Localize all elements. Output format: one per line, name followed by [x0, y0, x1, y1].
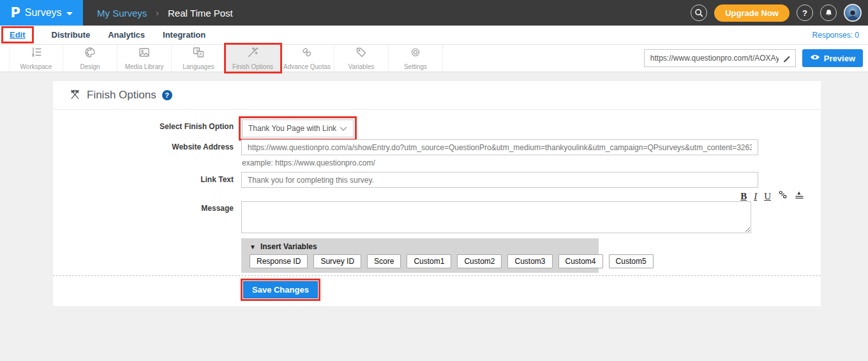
user-avatar[interactable] [844, 4, 862, 22]
toolbar-item-design[interactable]: Design [63, 45, 117, 72]
toolbar-item-finish-options[interactable]: Finish Options [226, 45, 280, 72]
variable-button-response-id[interactable]: Response ID [250, 254, 308, 268]
advance-quotas-chain-icon [301, 46, 313, 61]
questionpro-logo-area[interactable]: P Surveys [0, 0, 83, 26]
finish-option-highlight: Thank You Page with Link [239, 116, 357, 141]
italic-button[interactable]: I [754, 192, 757, 201]
responses-count[interactable]: Responses: 0 [812, 31, 868, 40]
save-changes-highlight: Save Changes [241, 279, 320, 301]
breadcrumb-current-survey: Real Time Post [168, 8, 233, 19]
edit-toolbar: Workspace Design Media Library 文A Langua… [0, 45, 868, 72]
website-address-input[interactable] [241, 139, 758, 155]
section-divider [53, 275, 821, 276]
chevron-down-icon [66, 12, 73, 15]
website-address-label: Website Address [53, 142, 234, 151]
finish-options-panel: Finish Options ? Select Finish Option Th… [53, 81, 821, 306]
save-changes-button[interactable]: Save Changes [243, 281, 318, 298]
survey-section-tabs: Edit Distribute Analytics Integration Re… [0, 26, 868, 45]
survey-url-wrap [644, 49, 796, 67]
breadcrumb-my-surveys[interactable]: My Surveys [97, 8, 147, 19]
insert-variables-panel: ▼ Insert Variables Response ID Survey ID… [241, 238, 599, 273]
eye-icon [810, 53, 820, 63]
variable-button-custom1[interactable]: Custom1 [407, 254, 451, 268]
tab-analytics[interactable]: Analytics [108, 30, 145, 40]
languages-translate-icon: 文A [192, 46, 205, 61]
tab-edit[interactable]: Edit [10, 30, 26, 40]
tab-distribute[interactable]: Distribute [52, 30, 91, 40]
variable-button-custom2[interactable]: Custom2 [457, 254, 502, 268]
insert-variables-label: Insert Variables [260, 242, 317, 251]
tab-integration[interactable]: Integration [163, 30, 206, 40]
survey-url-input[interactable] [644, 49, 796, 67]
chevron-down-icon [340, 123, 347, 134]
message-label: Message [53, 204, 234, 213]
design-palette-icon [84, 46, 96, 61]
link-text-label: Link Text [53, 175, 234, 184]
breadcrumb-separator: › [156, 8, 159, 18]
upgrade-now-button[interactable]: Upgrade Now [714, 4, 789, 22]
panel-header: Finish Options ? [53, 81, 821, 110]
website-example-text: example: https://www.questionpro.com/ [242, 158, 375, 167]
breadcrumb: My Surveys › Real Time Post [97, 8, 233, 19]
toolbar-item-advance-quotas[interactable]: Advance Quotas [280, 45, 334, 72]
variable-button-survey-id[interactable]: Survey ID [313, 254, 361, 268]
settings-gear-icon [409, 46, 422, 61]
top-navbar: P Surveys My Surveys › Real Time Post Up… [0, 0, 868, 26]
variable-buttons-row: Response ID Survey ID Score Custom1 Cust… [250, 254, 599, 268]
variable-button-custom4[interactable]: Custom4 [558, 254, 603, 268]
toolbar-item-media-library[interactable]: Media Library [117, 45, 172, 72]
page-title: Finish Options [87, 89, 156, 102]
finish-option-selected-value: Thank You Page with Link [248, 124, 336, 133]
notifications-bell-icon[interactable] [820, 4, 837, 21]
product-name: Surveys [25, 7, 62, 19]
variable-button-custom3[interactable]: Custom3 [507, 254, 552, 268]
svg-text:A: A [199, 52, 202, 57]
finish-option-dropdown[interactable]: Thank You Page with Link [242, 119, 354, 137]
message-editor-toolbar: B I U [241, 190, 804, 202]
variable-button-custom5[interactable]: Custom5 [609, 254, 654, 268]
insert-variables-header[interactable]: ▼ Insert Variables [241, 238, 599, 251]
media-library-icon [138, 46, 151, 61]
message-textarea[interactable] [241, 201, 751, 233]
underline-button[interactable]: U [764, 192, 771, 201]
workspace-icon [30, 46, 43, 61]
search-icon[interactable] [691, 4, 707, 21]
variable-button-score[interactable]: Score [367, 254, 401, 268]
variables-tag-icon [355, 46, 368, 61]
caret-down-icon: ▼ [250, 243, 256, 250]
topbar-actions: Upgrade Now ? [691, 4, 868, 22]
edit-tab-highlight: Edit [1, 26, 34, 43]
toolbar-item-variables[interactable]: Variables [334, 45, 389, 72]
finish-flag-icon [69, 88, 81, 103]
insert-link-icon[interactable] [778, 190, 788, 202]
help-icon[interactable]: ? [797, 4, 813, 21]
text-align-icon[interactable] [795, 190, 804, 202]
toolbar-item-languages[interactable]: 文A Languages [172, 45, 226, 72]
finish-option-label: Select Finish Option [53, 122, 234, 131]
link-text-input[interactable] [241, 172, 758, 188]
finish-options-wand-icon [246, 46, 259, 61]
finish-options-help-icon[interactable]: ? [162, 90, 172, 100]
toolbar-right: Preview [644, 45, 868, 72]
bold-button[interactable]: B [740, 192, 747, 201]
questionpro-logo-icon: P [10, 5, 20, 20]
edit-url-pencil-icon[interactable] [782, 53, 792, 65]
toolbar-item-settings[interactable]: Settings [389, 45, 443, 72]
preview-button[interactable]: Preview [802, 49, 863, 67]
toolbar-item-workspace[interactable]: Workspace [9, 45, 63, 72]
